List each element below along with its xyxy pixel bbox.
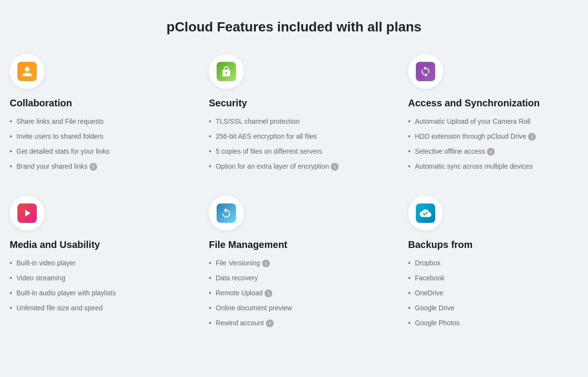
list-item: Brand your shared linksi — [10, 161, 180, 172]
list-item: Share links and File requests — [10, 116, 180, 127]
backups-icon-circle — [408, 196, 443, 231]
file-icon — [217, 203, 236, 223]
list-item: Google Drive — [408, 303, 578, 313]
section-backups: Backups fromDropboxFacebookOneDriveGoogl… — [408, 196, 578, 333]
info-icon[interactable]: i — [89, 163, 97, 171]
play-icon — [17, 203, 37, 223]
backups-list: DropboxFacebookOneDriveGoogle DriveGoogl… — [408, 258, 578, 333]
list-item: Get detailed stats for your links — [10, 146, 180, 157]
list-item: OneDrive — [408, 288, 578, 298]
list-item: Built-in video player — [10, 258, 180, 268]
features-grid: CollaborationShare links and File reques… — [10, 54, 578, 333]
media-icon-circle — [10, 196, 44, 231]
section-filemanage: File ManagementFile VersioningiData reco… — [209, 196, 379, 333]
list-item: Online document preview — [209, 303, 379, 313]
list-item: Rewind accounti — [209, 318, 379, 328]
list-item: TLS/SSL channel protection — [209, 116, 379, 127]
media-title: Media and Usability — [10, 239, 180, 250]
list-item: File Versioningi — [209, 258, 379, 268]
list-item: Automatic sync across multiple devices — [408, 161, 578, 172]
sync-list: Automatic Upload of your Camera RollHDD … — [408, 116, 578, 176]
collaboration-title: Collaboration — [10, 98, 180, 109]
collaboration-icon-circle — [10, 54, 44, 89]
list-item: Video streaming — [10, 273, 180, 283]
list-item: Automatic Upload of your Camera Roll — [408, 116, 578, 127]
info-icon[interactable]: i — [265, 290, 272, 297]
cloud-check-icon — [416, 203, 435, 223]
list-item: Dropbox — [408, 258, 578, 268]
section-security: SecurityTLS/SSL channel protection256-bi… — [209, 54, 379, 176]
list-item: Google Photos — [408, 318, 578, 328]
sync-icon-circle — [408, 54, 443, 89]
sync-icon — [416, 62, 435, 81]
list-item: Invite users to shared folders — [10, 131, 180, 142]
filemanage-title: File Management — [209, 239, 379, 250]
filemanage-icon-circle — [209, 196, 244, 231]
list-item: Option for an extra layer of encryptioni — [209, 161, 379, 172]
list-item: Built-in audio player with playlists — [10, 288, 180, 298]
list-item: Facebook — [408, 273, 578, 283]
page-title: pCloud Features included with all plans — [10, 19, 578, 35]
collaboration-list: Share links and File requestsInvite user… — [10, 116, 180, 176]
info-icon[interactable]: i — [266, 319, 274, 327]
section-collaboration: CollaborationShare links and File reques… — [10, 54, 180, 176]
filemanage-list: File VersioningiData recoveryRemote Uplo… — [209, 258, 379, 333]
media-list: Built-in video playerVideo streamingBuil… — [10, 258, 180, 318]
list-item: 5 copies of files on different servers — [209, 146, 379, 157]
backups-title: Backups from — [408, 239, 578, 250]
security-icon-circle — [209, 54, 244, 89]
info-icon[interactable]: i — [262, 260, 270, 267]
info-icon[interactable]: i — [487, 148, 495, 156]
list-item: Unlimited file size and speed — [10, 303, 180, 313]
list-item: Selective offline accessi — [408, 146, 578, 157]
sync-title: Access and Synchronization — [408, 98, 578, 109]
lock-icon — [217, 62, 236, 81]
security-title: Security — [209, 98, 379, 109]
person-icon — [17, 62, 37, 81]
info-icon[interactable]: i — [331, 163, 338, 171]
info-icon[interactable]: i — [528, 133, 536, 141]
list-item: 256-bit AES encryption for all files — [209, 131, 379, 142]
list-item: Data recovery — [209, 273, 379, 283]
section-media: Media and UsabilityBuilt-in video player… — [10, 196, 180, 333]
section-sync: Access and SynchronizationAutomatic Uplo… — [408, 54, 578, 176]
main-container: pCloud Features included with all plans … — [10, 19, 578, 333]
list-item: HDD extension through pCloud Drivei — [408, 131, 578, 142]
list-item: Remote Uploadi — [209, 288, 379, 298]
security-list: TLS/SSL channel protection256-bit AES en… — [209, 116, 379, 176]
